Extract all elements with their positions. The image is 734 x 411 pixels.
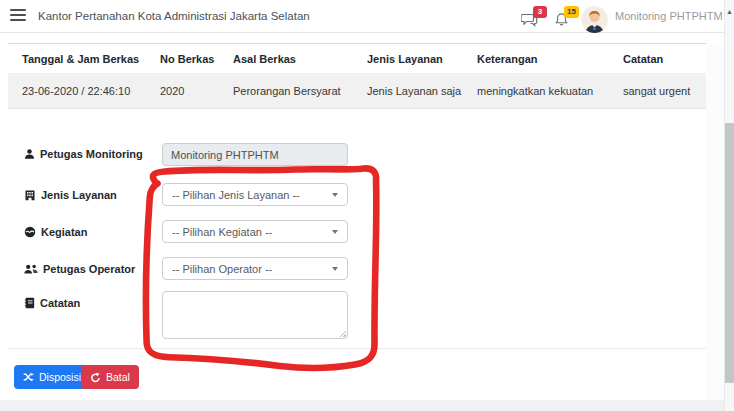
cell-asal-berkas: Perorangan Bersyarat — [219, 73, 353, 108]
book-icon — [24, 297, 35, 309]
cell-tanggal: 23-06-2020 / 22:46:10 — [8, 73, 146, 108]
jenis-layanan-select-value: -- Pilihan Jenis Layanan -- — [172, 189, 300, 201]
kegiatan-select-value: -- Pilihan Kegiatan -- — [172, 226, 272, 238]
cell-no-berkas: 2020 — [146, 73, 219, 108]
col-header-asal-berkas: Asal Berkas — [219, 44, 353, 73]
label-jenis-layanan: Jenis Layanan — [24, 188, 117, 202]
col-header-jenis-layanan: Jenis Layanan — [353, 44, 463, 73]
petugas-operator-select[interactable]: -- Pilihan Operator -- — [162, 257, 348, 280]
topbar-username[interactable]: Monitoring PHTPHTM — [615, 0, 723, 32]
batal-button[interactable]: Batal — [81, 365, 139, 389]
users-icon — [24, 263, 38, 275]
jenis-layanan-select[interactable]: -- Pilihan Jenis Layanan -- — [162, 183, 348, 206]
building-icon — [24, 189, 36, 201]
col-header-tanggal: Tanggal & Jam Berkas — [8, 44, 146, 73]
label-kegiatan: Kegiatan — [24, 225, 87, 239]
label-catatan: Catatan — [24, 296, 80, 310]
col-header-keterangan: Keterangan — [463, 44, 609, 73]
avatar[interactable] — [581, 6, 608, 33]
messages-count-badge: 3 — [533, 6, 547, 18]
section-divider — [8, 348, 706, 349]
col-header-no-berkas: No Berkas — [146, 44, 219, 73]
notifications-count-badge: 15 — [564, 6, 579, 18]
chevron-down-icon — [332, 230, 338, 234]
chevron-down-icon — [332, 267, 338, 271]
petugas-monitoring-input[interactable] — [162, 143, 348, 166]
app-title: Kantor Pertanahan Kota Administrasi Jaka… — [38, 0, 310, 32]
kegiatan-select[interactable]: -- Pilihan Kegiatan -- — [162, 220, 348, 243]
content-right-gap — [706, 43, 724, 400]
disposisi-button[interactable]: Disposisi — [14, 365, 90, 389]
topbar: Kantor Pertanahan Kota Administrasi Jaka… — [0, 0, 724, 33]
table-row[interactable]: 23-06-2020 / 22:46:10 2020 Perorangan Be… — [8, 73, 706, 109]
catatan-textarea-wrap — [162, 291, 348, 339]
col-header-catatan: Catatan — [609, 44, 706, 73]
label-petugas-monitoring: Petugas Monitoring — [24, 147, 143, 161]
petugas-operator-select-value: -- Pilihan Operator -- — [172, 263, 272, 275]
user-icon — [24, 148, 35, 160]
footer-strip — [0, 400, 724, 411]
scrollbar-thumb[interactable] — [725, 123, 734, 383]
cell-jenis-layanan: Jenis Layanan saja — [353, 73, 463, 108]
berkas-table-header: Tanggal & Jam Berkas No Berkas Asal Berk… — [8, 43, 706, 74]
label-petugas-operator: Petugas Operator — [24, 262, 135, 276]
cell-catatan: sangat urgent — [609, 73, 706, 108]
chevron-down-icon — [332, 193, 338, 197]
handshake-circle-icon — [24, 226, 36, 238]
shuffle-icon — [23, 372, 34, 382]
hamburger-menu-icon[interactable] — [10, 9, 26, 23]
undo-icon — [90, 372, 101, 383]
catatan-textarea[interactable] — [162, 291, 348, 339]
scroll-up-arrow-icon[interactable]: ▲ — [725, 8, 734, 15]
cell-keterangan: meningkatkan kekuatan — [463, 73, 609, 108]
